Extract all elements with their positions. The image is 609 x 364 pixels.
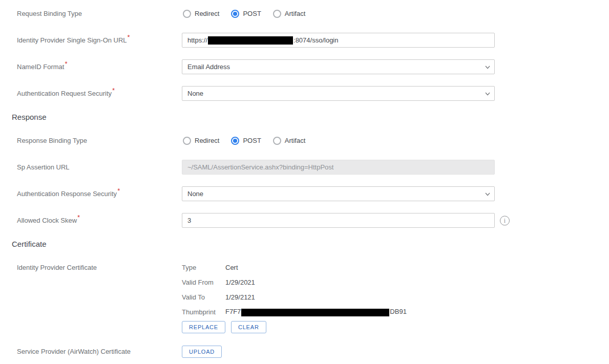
cert-detail-key: Valid To bbox=[182, 293, 225, 301]
certificate-details: Type Cert Valid From 1/29/2021 Valid To … bbox=[182, 260, 495, 333]
radio-label: POST bbox=[243, 137, 261, 144]
label-text: Authentication Response Security bbox=[17, 190, 117, 198]
response-section-heading: Response bbox=[12, 113, 609, 121]
selected-value: None bbox=[187, 90, 203, 97]
radio-label: Artifact bbox=[285, 10, 305, 17]
idp-sso-url-input[interactable]: https://:8074/sso/login bbox=[182, 33, 495, 48]
thumbprint-suffix: DB91 bbox=[390, 308, 407, 315]
saml-settings-form: Request Binding Type Redirect POST Artif… bbox=[0, 0, 609, 364]
auth-request-security-row: Authentication Request Security* None bbox=[17, 86, 609, 101]
cert-thumbprint-value: F7F7DB91 bbox=[225, 308, 407, 316]
auth-request-security-select[interactable]: None bbox=[182, 86, 495, 101]
auth-request-security-label: Authentication Request Security* bbox=[17, 90, 182, 98]
radio-option-redirect[interactable]: Redirect bbox=[183, 137, 219, 145]
response-binding-radio-group: Redirect POST Artifact bbox=[182, 137, 495, 145]
cert-detail-key: Valid From bbox=[182, 279, 225, 286]
radio-unselected-icon bbox=[273, 10, 281, 18]
radio-unselected-icon bbox=[183, 137, 191, 145]
cert-detail-key: Type bbox=[182, 264, 225, 271]
certificate-section-heading: Certificate bbox=[12, 240, 609, 248]
radio-option-redirect[interactable]: Redirect bbox=[183, 10, 219, 18]
cert-type-row: Type Cert bbox=[182, 260, 495, 275]
nameid-format-label: NameID Format* bbox=[17, 63, 182, 71]
radio-selected-icon bbox=[231, 10, 239, 18]
sp-certificate-row: Service Provider (AirWatch) Certificate … bbox=[17, 345, 609, 358]
required-asterisk: * bbox=[117, 187, 120, 195]
cert-detail-value: 1/29/2121 bbox=[225, 293, 255, 301]
required-asterisk: * bbox=[128, 33, 130, 41]
allowed-clock-skew-row: Allowed Clock Skew* 3 i bbox=[17, 213, 609, 228]
required-asterisk: * bbox=[77, 213, 80, 221]
selected-value: Email Address bbox=[187, 63, 230, 71]
label-text: Identity Provider Single Sign-On URL bbox=[17, 36, 127, 44]
idp-sso-url-row: Identity Provider Single Sign-On URL* ht… bbox=[17, 33, 609, 48]
radio-unselected-icon bbox=[273, 137, 281, 145]
required-asterisk: * bbox=[65, 60, 67, 68]
radio-label: Artifact bbox=[285, 137, 305, 144]
request-binding-row: Request Binding Type Redirect POST Artif… bbox=[17, 6, 609, 21]
radio-label: Redirect bbox=[195, 137, 219, 144]
url-prefix: https:// bbox=[187, 36, 207, 44]
thumbprint-prefix: F7F7 bbox=[225, 308, 241, 315]
selected-value: None bbox=[187, 190, 203, 198]
radio-label: Redirect bbox=[195, 10, 219, 17]
radio-label: POST bbox=[243, 10, 261, 17]
allowed-clock-skew-label: Allowed Clock Skew* bbox=[17, 217, 182, 225]
response-binding-row: Response Binding Type Redirect POST Arti… bbox=[17, 133, 609, 148]
response-binding-label: Response Binding Type bbox=[17, 137, 182, 145]
url-suffix: :8074/sso/login bbox=[293, 36, 338, 44]
cert-valid-from-row: Valid From 1/29/2021 bbox=[182, 275, 495, 290]
allowed-clock-skew-input[interactable]: 3 bbox=[182, 213, 495, 228]
cert-detail-value: Cert bbox=[225, 264, 238, 271]
auth-response-security-row: Authentication Response Security* None bbox=[17, 186, 609, 201]
radio-option-artifact[interactable]: Artifact bbox=[273, 10, 305, 18]
nameid-format-select[interactable]: Email Address bbox=[182, 59, 495, 74]
label-text: NameID Format bbox=[17, 63, 64, 71]
cert-detail-value: 1/29/2021 bbox=[225, 279, 255, 286]
radio-option-artifact[interactable]: Artifact bbox=[273, 137, 305, 145]
radio-option-post[interactable]: POST bbox=[231, 10, 261, 18]
sp-certificate-label: Service Provider (AirWatch) Certificate bbox=[17, 348, 182, 356]
request-binding-label: Request Binding Type bbox=[17, 10, 182, 18]
radio-option-post[interactable]: POST bbox=[231, 137, 261, 145]
info-icon[interactable]: i bbox=[500, 216, 510, 225]
replace-button[interactable]: REPLACE bbox=[182, 321, 225, 333]
sp-assertion-url-input: ~/SAML/AssertionService.ashx?binding=Htt… bbox=[182, 160, 495, 175]
radio-unselected-icon bbox=[183, 10, 191, 18]
label-text: Authentication Request Security bbox=[17, 90, 112, 97]
clear-button[interactable]: CLEAR bbox=[231, 321, 266, 333]
idp-certificate-label: Identity Provider Certificate bbox=[17, 260, 182, 272]
request-binding-radio-group: Redirect POST Artifact bbox=[182, 10, 495, 18]
idp-sso-url-label: Identity Provider Single Sign-On URL* bbox=[17, 36, 182, 45]
upload-button[interactable]: UPLOAD bbox=[182, 346, 222, 358]
label-text: Allowed Clock Skew bbox=[17, 217, 77, 224]
redacted-text-block bbox=[241, 309, 389, 316]
certificate-actions: REPLACE CLEAR bbox=[182, 321, 495, 333]
auth-response-security-label: Authentication Response Security* bbox=[17, 190, 182, 198]
redacted-text-block bbox=[208, 36, 293, 45]
required-asterisk: * bbox=[112, 87, 115, 94]
nameid-format-row: NameID Format* Email Address bbox=[17, 59, 609, 74]
auth-response-security-select[interactable]: None bbox=[182, 186, 495, 201]
idp-certificate-row: Identity Provider Certificate Type Cert … bbox=[17, 260, 609, 333]
cert-valid-to-row: Valid To 1/29/2121 bbox=[182, 290, 495, 305]
radio-selected-icon bbox=[231, 137, 239, 145]
cert-thumbprint-row: Thumbprint F7F7DB91 bbox=[182, 305, 495, 319]
cert-detail-key: Thumbprint bbox=[182, 308, 225, 316]
sp-assertion-url-row: Sp Assertion URL ~/SAML/AssertionService… bbox=[17, 160, 609, 175]
sp-assertion-url-label: Sp Assertion URL bbox=[17, 163, 182, 172]
